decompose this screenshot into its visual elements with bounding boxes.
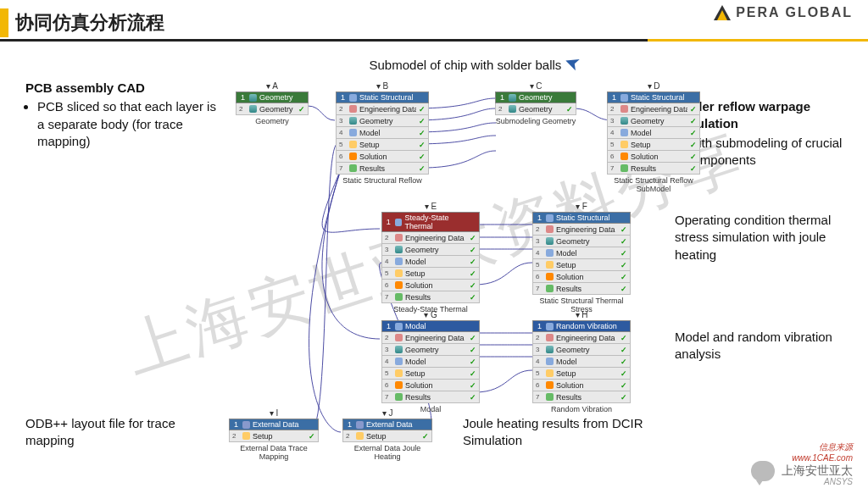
wb-header[interactable]: 1Static Structural: [607, 92, 700, 103]
wb-cell[interactable]: 7Results✓: [532, 283, 631, 295]
system-icon: [349, 94, 357, 102]
wb-cell[interactable]: 6Solution✓: [336, 151, 429, 163]
wb-cell[interactable]: 5Setup✓: [336, 139, 429, 151]
wb-header[interactable]: 1External Data: [229, 419, 319, 430]
wb-header-label: Geometry: [519, 93, 553, 102]
system-icon: [395, 323, 403, 330]
wb-cell[interactable]: 2Engineering Data✓: [607, 103, 700, 115]
wb-cell[interactable]: 6Solution✓: [381, 380, 480, 391]
wb-cell[interactable]: 2Setup✓: [342, 430, 432, 442]
wb-header[interactable]: 1Geometry: [236, 92, 309, 103]
cell-icon: [395, 258, 403, 265]
cell-icon: [349, 141, 357, 148]
cell-icon: [395, 393, 403, 401]
wb-cell[interactable]: 3Geometry✓: [336, 115, 429, 127]
wb-cell[interactable]: 5Setup✓: [381, 368, 480, 380]
wb-header-label: Geometry: [259, 93, 293, 102]
wb-cell[interactable]: 7Results✓: [381, 391, 480, 403]
annotation-top: Submodel of chip with solder balls ➤: [339, 51, 610, 76]
wb-caption: Static Structural Reflow: [336, 175, 429, 185]
wb-header[interactable]: 1External Data: [342, 419, 432, 430]
status-check-icon: ✓: [419, 105, 426, 114]
wb-cell[interactable]: 4Model✓: [381, 256, 480, 268]
wb-block-F[interactable]: ▾ F1Static Structural2Engineering Data✓3…: [532, 212, 631, 313]
status-check-icon: ✓: [620, 334, 627, 342]
wb-cell[interactable]: 6Solution✓: [607, 151, 700, 163]
wb-cell[interactable]: 2Setup✓: [229, 430, 319, 442]
wb-cell[interactable]: 5Setup✓: [381, 268, 480, 280]
wb-block-A[interactable]: ▾ A1Geometry2Geometry✓Geometry: [236, 92, 309, 125]
wb-header[interactable]: 1Static Structural: [532, 212, 631, 224]
wb-cell[interactable]: 4Model✓: [381, 356, 480, 368]
annotation-top-text: Submodel of chip with solder balls: [370, 58, 562, 72]
wb-cell[interactable]: 3Geometry✓: [532, 344, 631, 356]
wb-cell[interactable]: 3Geometry✓: [532, 236, 631, 247]
wb-cell[interactable]: 2Engineering Data✓: [336, 103, 429, 115]
wb-header[interactable]: 1Steady-State Thermal: [381, 212, 480, 232]
wb-cell-label: Results: [405, 293, 467, 302]
wb-cell-label: Model: [405, 258, 467, 266]
wb-cell[interactable]: 3Geometry✓: [607, 115, 700, 127]
wb-cell[interactable]: 2Geometry✓: [495, 103, 576, 115]
annotation-reflow: Solder reflow warpage simulation With su…: [675, 98, 853, 169]
wb-block-H[interactable]: ▾ H1Random Vibration2Engineering Data✓3G…: [532, 320, 631, 413]
annotation-vibration: Model and random vibration analysis: [675, 329, 853, 363]
status-check-icon: ✓: [620, 381, 627, 390]
wb-cell[interactable]: 4Model✓: [607, 127, 700, 139]
cell-icon: [349, 152, 357, 160]
wb-cell[interactable]: 7Results✓: [381, 291, 480, 303]
wb-cell-label: Setup: [366, 432, 420, 441]
wb-cell-label: Geometry: [556, 237, 618, 246]
wb-block-I[interactable]: ▾ I1External Data2Setup✓External Data Tr…: [229, 419, 319, 461]
wb-cell[interactable]: 5Setup✓: [607, 139, 700, 151]
wb-cell[interactable]: 4Model✓: [336, 127, 429, 139]
wb-header[interactable]: 1Static Structural: [336, 92, 429, 103]
wb-cell[interactable]: 5Setup✓: [532, 259, 631, 271]
wb-cell-label: Results: [631, 164, 687, 173]
wb-cell[interactable]: 2Geometry✓: [236, 103, 309, 115]
wb-block-G[interactable]: ▾ G1Modal2Engineering Data✓3Geometry✓4Mo…: [381, 320, 480, 413]
wb-cell[interactable]: 6Solution✓: [532, 380, 631, 391]
wb-caption: Random Vibration: [532, 403, 631, 413]
wb-block-E[interactable]: ▾ E1Steady-State Thermal2Engineering Dat…: [381, 212, 480, 313]
wb-col-letter: ▾ C: [530, 81, 542, 91]
wb-cell[interactable]: 6Solution✓: [381, 280, 480, 291]
wb-caption: External Data Joule Heating: [342, 442, 432, 461]
wb-cell[interactable]: 5Setup✓: [532, 368, 631, 380]
cell-icon: [620, 152, 628, 160]
wb-cell[interactable]: 4Model✓: [532, 356, 631, 368]
wb-cell[interactable]: 2Engineering Data✓: [532, 224, 631, 236]
wb-block-C[interactable]: ▾ C1Geometry2Geometry✓Submodeling Geomet…: [495, 92, 576, 125]
wb-cell[interactable]: 7Results✓: [607, 163, 700, 175]
wb-cell[interactable]: 4Model✓: [532, 247, 631, 259]
wb-cell[interactable]: 2Engineering Data✓: [532, 332, 631, 344]
wb-header[interactable]: 1Geometry: [495, 92, 576, 103]
wb-block-J[interactable]: ▾ J1External Data2Setup✓External Data Jo…: [342, 419, 432, 461]
wb-cell-label: Setup: [631, 141, 687, 149]
wb-cell[interactable]: 3Geometry✓: [381, 344, 480, 356]
wb-col-letter: ▾ E: [425, 202, 437, 211]
title-underline: [0, 39, 868, 42]
status-check-icon: ✓: [620, 249, 627, 258]
wb-cell[interactable]: 6Solution✓: [532, 271, 631, 283]
accent-bar: [0, 8, 8, 37]
annotation-pcb-cad: PCB assembly CAD PCB sliced so that each…: [25, 80, 220, 150]
wb-block-D[interactable]: ▾ D1Static Structural2Engineering Data✓3…: [607, 92, 700, 193]
wb-block-B[interactable]: ▾ B1Static Structural2Engineering Data✓3…: [336, 92, 429, 185]
logo-triangle-icon: [714, 5, 731, 20]
wb-header[interactable]: 1Random Vibration: [532, 320, 631, 332]
wb-cell-label: Results: [556, 285, 618, 293]
wb-cell[interactable]: 2Engineering Data✓: [381, 332, 480, 344]
status-check-icon: ✓: [690, 152, 697, 161]
system-icon: [620, 94, 628, 102]
wb-cell[interactable]: 7Results✓: [336, 163, 429, 175]
wb-cell[interactable]: 3Geometry✓: [381, 244, 480, 256]
wb-cell[interactable]: 2Engineering Data✓: [381, 232, 480, 244]
wb-header[interactable]: 1Modal: [381, 320, 480, 332]
status-check-icon: ✓: [690, 129, 697, 137]
status-check-icon: ✓: [566, 105, 573, 114]
wb-col-letter: ▾ I: [270, 408, 279, 418]
wb-header-label: Modal: [405, 322, 426, 330]
wb-cell[interactable]: 7Results✓: [532, 391, 631, 403]
status-check-icon: ✓: [470, 393, 476, 402]
